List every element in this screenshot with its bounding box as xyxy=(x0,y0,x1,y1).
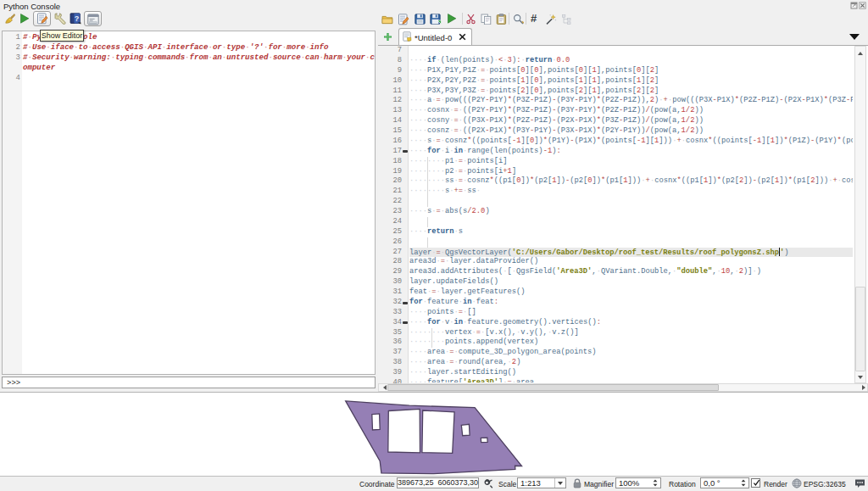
svg-text:?: ? xyxy=(75,14,80,23)
